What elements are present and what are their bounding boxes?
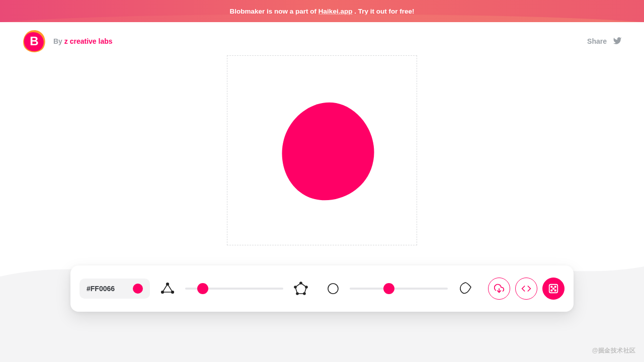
svg-point-14 [551, 290, 552, 291]
complexity-high-icon [293, 281, 308, 296]
action-buttons [488, 278, 565, 300]
blob-path [282, 103, 374, 201]
contrast-slider-thumb[interactable] [383, 283, 394, 294]
color-swatch-icon [133, 284, 143, 294]
share-group: Share [587, 36, 622, 47]
canvas-area [0, 55, 644, 245]
promo-banner: Blobmaker is now a part of Haikei.app . … [0, 0, 644, 22]
complexity-slider-thumb[interactable] [197, 283, 208, 294]
svg-point-9 [328, 284, 338, 294]
complexity-slider[interactable] [185, 288, 283, 290]
controls-toolbar: #FF0066 [70, 265, 574, 312]
contrast-slider[interactable] [350, 288, 448, 290]
contrast-high-icon [458, 281, 473, 296]
banner-link[interactable]: Haikei.app [318, 8, 353, 15]
color-hex-value: #FF0066 [87, 285, 115, 293]
banner-prefix: Blobmaker is now a part of [230, 8, 318, 15]
byline-prefix: By [53, 37, 64, 45]
blob-shape [247, 75, 397, 226]
svg-point-15 [554, 290, 556, 291]
randomize-button[interactable] [542, 278, 565, 300]
code-button[interactable] [515, 278, 537, 300]
svg-point-12 [554, 286, 556, 288]
share-label[interactable]: Share [587, 37, 607, 45]
color-picker[interactable]: #FF0066 [79, 279, 150, 299]
app-header: B By z creative labs Share [0, 22, 644, 60]
svg-point-13 [553, 288, 554, 290]
brand: B By z creative labs [22, 29, 113, 53]
svg-text:B: B [30, 34, 38, 48]
byline: By z creative labs [53, 37, 113, 45]
complexity-low-icon [160, 281, 175, 296]
banner-suffix: . Try it out for free! [354, 8, 414, 15]
contrast-low-icon [327, 282, 340, 295]
svg-point-11 [551, 286, 552, 288]
download-button[interactable] [488, 278, 510, 300]
credit-link[interactable]: z creative labs [64, 37, 113, 45]
blob-canvas [227, 55, 417, 245]
logo-icon[interactable]: B [22, 29, 46, 53]
watermark-text: @掘金技术社区 [592, 346, 636, 355]
twitter-icon[interactable] [613, 36, 622, 47]
